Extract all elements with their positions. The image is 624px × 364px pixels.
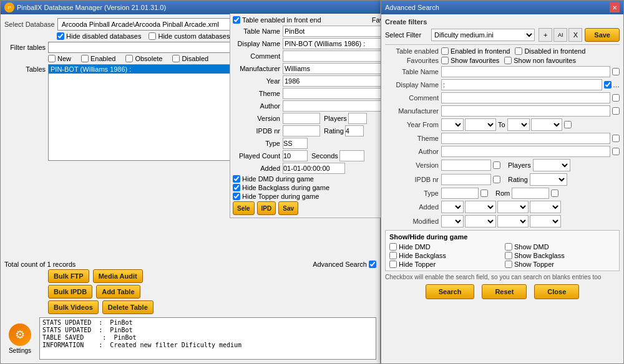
close-button[interactable]: Close: [534, 284, 579, 299]
adv-players-select[interactable]: [533, 159, 570, 171]
hide-backglass-game-cb[interactable]: [389, 252, 397, 259]
seconds-input[interactable]: [339, 150, 364, 161]
show-dmd-game-label[interactable]: Show DMD: [505, 243, 615, 251]
table-name-input[interactable]: [283, 26, 383, 37]
disabled-checkbox[interactable]: [172, 55, 180, 62]
new-checkbox-label[interactable]: New: [48, 55, 71, 62]
type-input[interactable]: [283, 138, 308, 149]
show-dmd-game-cb[interactable]: [505, 243, 512, 251]
adv-rom-input[interactable]: [512, 188, 549, 199]
show-favourites-label[interactable]: Show favourites: [441, 57, 499, 64]
remove-filter-button[interactable]: X: [568, 28, 582, 42]
adv-rating-select[interactable]: [530, 173, 567, 186]
show-favourites-cb[interactable]: [441, 57, 449, 64]
add-filter-button[interactable]: +: [539, 28, 552, 42]
enabled-frontend-label[interactable]: Enabled in frontend: [441, 47, 510, 55]
new-checkbox[interactable]: [48, 55, 56, 62]
hide-topper-game-cb[interactable]: [389, 261, 397, 268]
year-to-month-select[interactable]: [507, 118, 530, 131]
year-to-year-select[interactable]: [531, 118, 562, 131]
table-enabled-checkbox[interactable]: [233, 16, 240, 24]
show-backglass-game-cb[interactable]: [505, 252, 512, 259]
adv-theme-input[interactable]: [441, 133, 610, 144]
rating-input[interactable]: [345, 125, 364, 136]
adv-ipdb-input[interactable]: [441, 174, 491, 185]
adv-table-name-cb[interactable]: [612, 68, 620, 75]
adv-manufacturer-cb[interactable]: [612, 107, 620, 115]
adv-search-checkbox[interactable]: [369, 261, 376, 268]
adv-theme-cb[interactable]: [612, 135, 620, 142]
adv-version-cb[interactable]: [493, 161, 500, 169]
adv-year-cb[interactable]: [564, 121, 572, 128]
media-audit-button[interactable]: Media Audit: [93, 269, 143, 283]
comment-input[interactable]: [283, 50, 383, 62]
show-topper-game-label[interactable]: Show Topper: [505, 261, 615, 268]
hide-topper-checkbox[interactable]: [233, 193, 240, 200]
modified-select-2[interactable]: [465, 215, 496, 228]
hide-dmd-game-cb[interactable]: [389, 243, 397, 251]
hide-backglass-label[interactable]: Hide Backglass during game: [233, 184, 383, 191]
theme-input[interactable]: [283, 88, 383, 99]
show-backglass-game-label[interactable]: Show Backglass: [505, 252, 615, 259]
disabled-frontend-label[interactable]: Disabled in frontend: [515, 47, 585, 55]
modified-select-1[interactable]: [441, 215, 464, 228]
hide-dmd-label[interactable]: Hide DMD during game: [233, 175, 383, 183]
select-button[interactable]: Sele: [233, 201, 255, 215]
adv-type-input[interactable]: [441, 188, 479, 199]
adv-display-name-input[interactable]: [441, 79, 602, 90]
adv-author-cb[interactable]: [612, 148, 620, 155]
adv-author-input[interactable]: [441, 146, 610, 157]
adv-type-cb[interactable]: [480, 189, 488, 197]
reset-button[interactable]: Reset: [482, 284, 527, 299]
disabled-checkbox-label[interactable]: Disabled: [172, 55, 208, 62]
played-count-input[interactable]: [283, 150, 308, 161]
added-select-3[interactable]: [497, 201, 529, 213]
display-name-input[interactable]: [283, 38, 383, 49]
delete-table-button[interactable]: Delete Table: [102, 300, 154, 314]
hide-backglass-game-label[interactable]: Hide Backglass: [389, 252, 500, 259]
adv-manufacturer-input[interactable]: [441, 105, 610, 117]
bulk-ipdb-button[interactable]: Bulk IPDB: [48, 285, 92, 299]
enabled-frontend-cb[interactable]: [441, 47, 449, 55]
year-input[interactable]: [283, 75, 383, 87]
disabled-frontend-cb[interactable]: [515, 47, 522, 55]
hide-topper-label[interactable]: Hide Topper during game: [233, 193, 383, 200]
hide-topper-game-label[interactable]: Hide Topper: [389, 261, 500, 268]
adv-search-label[interactable]: Advanced Search: [313, 261, 376, 268]
version-input[interactable]: [283, 113, 320, 124]
added-input[interactable]: [283, 163, 345, 174]
adv-ipdb-cb[interactable]: [493, 176, 500, 183]
hide-custom-checkbox-label[interactable]: Hide custom databases: [149, 32, 230, 40]
hide-disabled-checkbox[interactable]: [57, 32, 64, 40]
adv-close-button[interactable]: ✕: [610, 2, 620, 12]
settings-button[interactable]: ⚙ Settings: [4, 323, 36, 354]
obsolete-checkbox[interactable]: [125, 55, 133, 62]
modified-select-4[interactable]: [530, 215, 561, 228]
table-save-button[interactable]: Sav: [278, 201, 298, 215]
show-non-favourites-label[interactable]: Show non favourites: [504, 57, 576, 64]
ipd-button[interactable]: IPD: [257, 201, 276, 215]
show-topper-game-cb[interactable]: [505, 261, 512, 268]
hide-custom-checkbox[interactable]: [149, 32, 156, 40]
adv-display-name-cb[interactable]: [604, 81, 612, 89]
manufacturer-input[interactable]: [283, 63, 383, 74]
adv-table-name-input[interactable]: [441, 66, 610, 77]
enabled-checkbox[interactable]: [81, 55, 89, 62]
hide-dmd-game-label[interactable]: Hide DMD: [389, 243, 500, 251]
obsolete-checkbox-label[interactable]: Obsolete: [125, 55, 162, 62]
adv-version-input[interactable]: [441, 160, 491, 171]
search-button[interactable]: Search: [426, 284, 475, 299]
adv-comment-input[interactable]: [441, 92, 610, 103]
added-select-2[interactable]: [465, 201, 496, 213]
ipdb-input[interactable]: [283, 125, 320, 136]
year-from-year-select[interactable]: [465, 118, 496, 131]
enabled-checkbox-label[interactable]: Enabled: [81, 55, 115, 62]
modified-select-3[interactable]: [497, 215, 529, 228]
added-select-1[interactable]: [441, 201, 464, 213]
edit-filter-button[interactable]: AI: [553, 28, 567, 42]
added-select-4[interactable]: [530, 201, 561, 213]
filter-select[interactable]: Dificulty medium.ini: [431, 29, 535, 41]
save-filter-button[interactable]: Save: [585, 28, 620, 42]
show-non-fav-cb[interactable]: [504, 57, 512, 64]
hide-dmd-checkbox[interactable]: [233, 175, 240, 183]
